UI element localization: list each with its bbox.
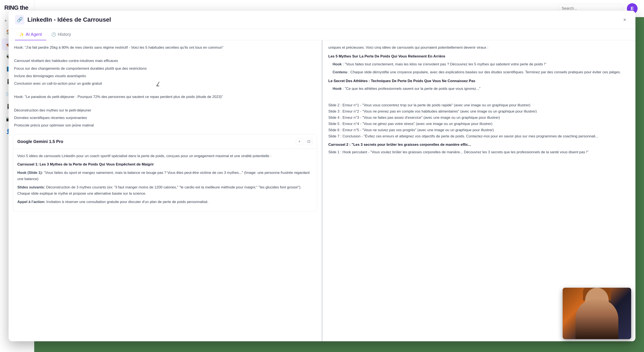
right-slide-6: Slide 6 : Erreur n°5 - "Vous ne suivez p… bbox=[328, 127, 630, 133]
video-thumbnail bbox=[563, 288, 631, 339]
left-item-5: Déconstruction des mythes sur le petit-d… bbox=[14, 107, 316, 113]
myth-hook-text: : "Vous faites tout correctement, mais l… bbox=[343, 62, 546, 66]
video-person-bg bbox=[563, 288, 631, 339]
hook-text: "Vous faites du sport et mangez sainemen… bbox=[17, 171, 310, 181]
carousel2-hook: Slide 1 : Hook percutant - "Vous voulez … bbox=[328, 149, 630, 155]
left-item-7: Protocole précis pour optimiser son jeûn… bbox=[14, 122, 316, 128]
right-slide-7: Slide 7 : Conclusion - "Évitez ces erreu… bbox=[328, 133, 630, 139]
gemini-add-button[interactable]: + bbox=[296, 138, 303, 145]
modal-title-area: 🔗 LinkedIn - Idées de Carrousel bbox=[15, 15, 111, 25]
gemini-card-header: Google Gemini 1.5 Pro + ⊡ bbox=[13, 134, 317, 149]
tab-ai-agent-label: AI Agent bbox=[26, 32, 42, 37]
myth-contenu: Contenu : Chaque slide démystifie une cr… bbox=[333, 69, 630, 75]
gemini-copy-button[interactable]: ⊡ bbox=[305, 138, 312, 145]
gemini-card-title: Google Gemini 1.5 Pro bbox=[17, 139, 63, 144]
myth-contenu-label: Contenu bbox=[333, 70, 348, 74]
modal-title: LinkedIn - Idées de Carrousel bbox=[28, 16, 111, 23]
ai-agent-tab-icon: ✨ bbox=[19, 32, 24, 37]
cta-text: Invitation à réserver une consultation g… bbox=[46, 200, 208, 204]
carousel1-slides: Slides suivants: Déconstruction de 3 myt… bbox=[17, 184, 312, 197]
modal-content: Hook: "J'ai fait perdre 25kg à 80% de me… bbox=[8, 40, 636, 341]
gemini-card: Google Gemini 1.5 Pro + ⊡ Voici 5 idées … bbox=[13, 134, 317, 212]
right-slide-3: Slide 3 : Erreur n°2 - "Vous ne prenez p… bbox=[328, 108, 630, 115]
gemini-intro: Voici 5 idées de carrousels LinkedIn pou… bbox=[17, 153, 312, 159]
myth-hook-label: Hook bbox=[333, 62, 342, 66]
slides-label: Slides suivants: bbox=[17, 185, 45, 189]
left-upper-content: Hook: "J'ai fait perdre 25kg à 80% de me… bbox=[8, 40, 321, 134]
right-upper-content: uniques et précieuses. Voici cinq idées … bbox=[323, 40, 636, 98]
modal-icon: 🔗 bbox=[15, 15, 24, 25]
modal-linkedin-carousel: 🔗 LinkedIn - Idées de Carrousel × ✨ AI A… bbox=[8, 11, 636, 341]
modal-header: 🔗 LinkedIn - Idées de Carrousel × bbox=[8, 11, 636, 29]
left-item-2: Focus sur des changements de comportemen… bbox=[14, 66, 316, 71]
carousel1-cta: Appel à l'action: Invitation à réserver … bbox=[17, 199, 312, 205]
myth-title: Les 5 Mythes Sur La Perte De Poids Qui V… bbox=[328, 53, 630, 60]
tab-history-label: History bbox=[58, 32, 71, 37]
left-item-4: Conclusion avec un call-to-action pour u… bbox=[14, 81, 316, 86]
video-body bbox=[576, 298, 618, 339]
gemini-card-actions: + ⊡ bbox=[296, 138, 312, 145]
tab-history[interactable]: 🕐 History bbox=[47, 29, 75, 40]
hook-label: Hook (Slide 1): bbox=[17, 171, 43, 175]
myth-section-content: Hook : "Vous faites tout correctement, m… bbox=[328, 61, 630, 75]
right-lower-content: Slide 2 : Erreur n°1 - "Vous vous concen… bbox=[323, 98, 636, 159]
tab-bar: ✨ AI Agent 🕐 History bbox=[8, 29, 636, 40]
left-item-3: Inclure des témoignages visuels avant/ap… bbox=[14, 73, 316, 79]
athlete-section-content: Hook : "Ce que les athlètes professionne… bbox=[328, 86, 630, 92]
left-item-1: Carrousel révélant des habitudes contre-… bbox=[14, 58, 316, 64]
linkedin-modal-icon: 🔗 bbox=[17, 17, 23, 23]
plus-icon: + bbox=[4, 18, 7, 24]
athlete-hook-text: : "Ce que les athlètes professionnels sa… bbox=[343, 87, 480, 91]
carousel1-title: Carrousel 1: Les 3 Mythes de la Perte de… bbox=[17, 161, 312, 168]
myth-hook: Hook : "Vous faites tout correctement, m… bbox=[333, 61, 630, 68]
athlete-hook-label: Hook bbox=[333, 87, 342, 91]
tab-ai-agent[interactable]: ✨ AI Agent bbox=[15, 29, 46, 40]
carousel1-hook: Hook (Slide 1): "Vous faites du sport et… bbox=[17, 170, 312, 182]
left-item-6: Données scientifiques récentes surprenan… bbox=[14, 115, 316, 121]
modal-close-button[interactable]: × bbox=[620, 16, 629, 24]
right-slide-5: Slide 5 : Erreur n°4 - "Vous ne gérez pa… bbox=[328, 121, 630, 127]
gemini-card-body: Voici 5 idées de carrousels LinkedIn pou… bbox=[13, 149, 317, 211]
right-slide-2: Slide 2 : Erreur n°1 - "Vous vous concen… bbox=[328, 102, 630, 108]
content-left: Hook: "J'ai fait perdre 25kg à 80% de me… bbox=[8, 40, 322, 341]
athlete-title: Le Secret Des Athlètes : Techniques De P… bbox=[328, 78, 630, 84]
left-hook-1: Hook: "J'ai fait perdre 25kg à 80% de me… bbox=[14, 45, 316, 50]
carousel2-title: Carrousel 2 : "Les 3 secrets pour brûler… bbox=[328, 142, 630, 148]
left-hook-2: Hook: "Le paradoxe du petit-déjeuner : P… bbox=[14, 94, 316, 100]
history-tab-icon: 🕐 bbox=[52, 32, 56, 37]
cta-label: Appel à l'action: bbox=[17, 200, 46, 204]
right-slide-4: Slide 4 : Erreur n°3 - "Vous ne faites p… bbox=[328, 115, 630, 121]
slides-text: Déconstruction de 3 mythes courants (ex:… bbox=[17, 185, 302, 196]
athlete-hook: Hook : "Ce que les athlètes professionne… bbox=[333, 86, 630, 92]
right-intro: uniques et précieuses. Voici cinq idées … bbox=[328, 45, 630, 51]
myth-contenu-text: : Chaque slide démystifie une croyance p… bbox=[348, 70, 621, 74]
